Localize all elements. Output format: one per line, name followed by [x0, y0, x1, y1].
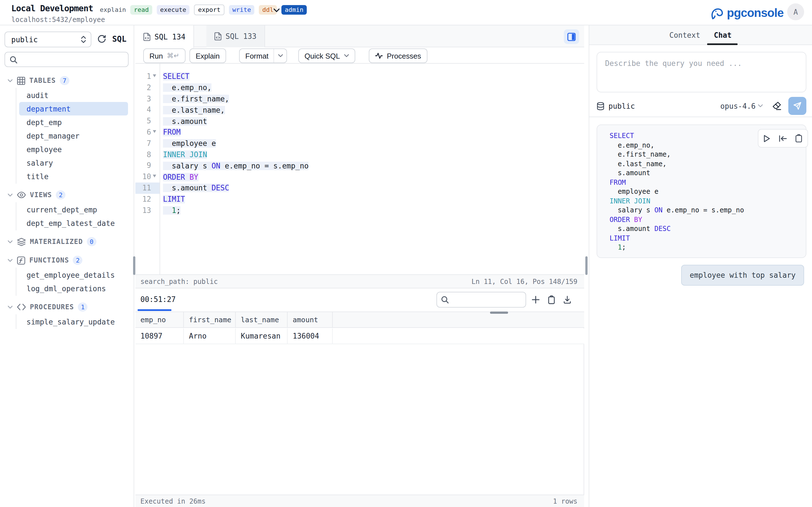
line-number[interactable]: 10 [135, 171, 160, 182]
tree-item-log_dml_operations[interactable]: log_dml_operations [19, 282, 128, 295]
results-search-input[interactable] [452, 295, 522, 304]
line-number[interactable]: 12 [135, 194, 160, 205]
column-header-last_name[interactable]: last_name [236, 312, 288, 327]
chevron-down-icon [758, 104, 763, 108]
line-number[interactable]: 13 [135, 205, 160, 216]
download-results-button[interactable] [560, 293, 574, 306]
line-number[interactable]: 11 [135, 182, 160, 194]
schema-select[interactable]: public [4, 32, 91, 47]
tree-item-dept_manager[interactable]: dept_manager [19, 129, 128, 143]
chat-input[interactable] [597, 52, 806, 92]
connection-url: localhost:5432/employee [11, 16, 105, 24]
schema-sidebar: public SQL TABLES7auditdepartmentdept_em… [0, 25, 134, 507]
line-number[interactable]: 8 [135, 149, 160, 160]
line-number[interactable]: 3 [135, 93, 160, 105]
line-number[interactable]: 1 [135, 71, 160, 82]
line-number[interactable]: 6 [135, 127, 160, 138]
tree-item-title[interactable]: title [19, 170, 128, 183]
editor-line-7[interactable]: 7 employee e [135, 138, 584, 149]
editor-line-5[interactable]: 5 s.amount [135, 115, 584, 127]
fold-marker-icon[interactable] [153, 175, 156, 177]
tree-item-simple_salary_update[interactable]: simple_salary_update [19, 315, 128, 328]
line-number[interactable]: 2 [135, 82, 160, 94]
tab-chat[interactable]: Chat [714, 25, 732, 45]
model-select[interactable]: opus-4.6 [720, 102, 763, 110]
sql-mode-label[interactable]: SQL [112, 34, 126, 43]
activity-pulse-icon [375, 52, 383, 59]
button-divider [273, 49, 274, 62]
editor-line-10[interactable]: 10ORDER BY [135, 171, 584, 182]
section-header-materialized[interactable]: MATERIALIZED0 [0, 234, 134, 249]
format-button[interactable]: Format [239, 48, 287, 63]
refresh-schema-icon[interactable] [97, 34, 107, 44]
section-header-functions[interactable]: FUNCTIONS2 [0, 253, 134, 268]
function-icon [17, 256, 26, 265]
editor-line-1[interactable]: 1SELECT [135, 71, 584, 82]
explain-button[interactable]: Explain [190, 48, 226, 63]
connection-title: Local Development [11, 3, 93, 13]
fold-marker-icon[interactable] [153, 74, 156, 77]
clear-chat-button[interactable] [772, 101, 781, 110]
line-number[interactable]: 5 [135, 115, 160, 127]
tab-context[interactable]: Context [669, 25, 700, 45]
tree-item-dept_emp[interactable]: dept_emp [19, 115, 128, 129]
editor-line-2[interactable]: 2 e.emp_no, [135, 82, 584, 94]
line-number[interactable]: 9 [135, 160, 160, 172]
context-schema[interactable]: public [597, 102, 635, 110]
sidebar-search[interactable] [4, 52, 129, 67]
tree-item-salary[interactable]: salary [19, 156, 128, 170]
sql-code-editor[interactable]: 1SELECT2 e.emp_no,3 e.first_name,4 e.las… [135, 64, 584, 274]
editor-line-9[interactable]: 9 salary s ON e.emp_no = s.emp_no [135, 160, 584, 172]
column-header-amount[interactable]: amount [288, 312, 333, 327]
run-label: Run [149, 52, 163, 60]
user-avatar[interactable]: A [787, 3, 804, 20]
result-timer-tab[interactable]: 00:51:27 [138, 288, 179, 310]
editor-line-4[interactable]: 4 e.last_name, [135, 105, 584, 116]
copy-results-button[interactable] [545, 293, 558, 306]
editor-line-12[interactable]: 12LIMIT [135, 194, 584, 205]
quick-sql-button[interactable]: Quick SQL [298, 48, 355, 63]
chat-composer[interactable] [597, 52, 806, 93]
column-header-emp_no[interactable]: emp_no [135, 312, 184, 327]
editor-line-11[interactable]: 11 s.amount DESC [135, 182, 584, 194]
tab-sql-133[interactable]: SQL 133 [206, 25, 265, 47]
tree-item-get_employee_details[interactable]: get_employee_details [19, 268, 128, 282]
section-header-procedures[interactable]: PROCEDURES1 [0, 300, 134, 314]
run-code-icon[interactable] [763, 134, 770, 142]
line-number[interactable]: 4 [135, 105, 160, 116]
chat-panel-resize-handle[interactable] [585, 256, 588, 275]
line-number[interactable]: 7 [135, 138, 160, 149]
context-schema-label: public [608, 102, 635, 110]
insert-into-editor-icon[interactable] [778, 135, 787, 142]
tree-item-employee[interactable]: employee [19, 143, 128, 156]
tree-item-audit[interactable]: audit [19, 89, 128, 102]
tab-sql-134[interactable]: SQL 134 [135, 25, 194, 48]
table-row[interactable]: 10897ArnoKumaresan136004 [135, 328, 584, 344]
fold-marker-icon[interactable] [153, 130, 156, 133]
chevron-down-icon [7, 240, 13, 244]
add-result-tab-button[interactable] [529, 293, 543, 306]
section-header-views[interactable]: VIEWS2 [0, 187, 134, 202]
tree-item-department[interactable]: department [19, 102, 128, 115]
tree-item-current_dept_emp[interactable]: current_dept_emp [19, 203, 128, 216]
connection-chevron-down-icon[interactable] [273, 8, 280, 12]
section-header-tables[interactable]: TABLES7 [0, 73, 134, 88]
cell-last_name: Kumaresan [236, 328, 288, 344]
run-button[interactable]: Run ⌘↵ [143, 48, 186, 63]
tree-item-dept_emp_latest_date[interactable]: dept_emp_latest_date [19, 216, 128, 230]
assistant-sql-message: SELECT e.emp_no, e.first_name, e.last_na… [597, 124, 806, 258]
chevron-down-icon[interactable] [278, 54, 283, 57]
column-header-first_name[interactable]: first_name [184, 312, 236, 327]
split-panel-toggle-button[interactable] [564, 29, 579, 44]
copy-code-icon[interactable] [795, 134, 802, 143]
editor-line-13[interactable]: 13 1; [135, 205, 584, 216]
editor-line-8[interactable]: 8INNER JOIN [135, 149, 584, 160]
send-message-button[interactable] [788, 97, 806, 115]
sidebar-resize-handle[interactable] [133, 256, 135, 275]
editor-line-6[interactable]: 6FROM [135, 127, 584, 138]
sidebar-search-input[interactable] [21, 55, 123, 64]
processes-button[interactable]: Processes [369, 48, 427, 63]
results-resize-handle[interactable] [490, 312, 508, 314]
editor-line-3[interactable]: 3 e.first_name, [135, 93, 584, 105]
results-search[interactable] [437, 292, 526, 307]
